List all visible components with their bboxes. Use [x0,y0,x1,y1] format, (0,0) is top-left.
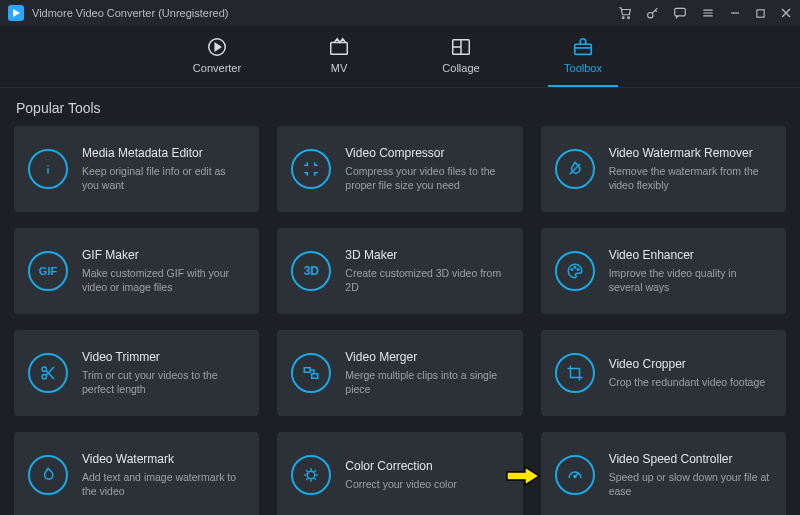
tool-gif-maker[interactable]: GIF GIF Maker Make customized GIF with y… [14,228,259,314]
tool-title: Video Cropper [609,357,765,371]
svg-point-15 [42,375,47,380]
svg-rect-16 [305,368,311,373]
compress-icon [291,149,331,189]
window-title: Vidmore Video Converter (Unregistered) [32,7,228,19]
merge-icon [291,353,331,393]
svg-point-12 [574,267,576,269]
svg-point-18 [308,471,316,479]
tool-video-cropper[interactable]: Video Cropper Crop the redundant video f… [541,330,786,416]
svg-rect-10 [575,44,592,54]
tool-desc: Correct your video color [345,477,456,491]
tool-video-enhancer[interactable]: Video Enhancer Improve the video quality… [541,228,786,314]
tool-desc: Crop the redundant video footage [609,375,765,389]
tool-media-metadata-editor[interactable]: Media Metadata Editor Keep original file… [14,126,259,212]
tool-desc: Remove the watermark from the video flex… [609,164,772,192]
tool-video-speed-controller[interactable]: Video Speed Controller Speed up or slow … [541,432,786,515]
tool-color-correction[interactable]: Color Correction Correct your video colo… [277,432,522,515]
scissors-icon [28,353,68,393]
tool-desc: Merge multiple clips into a single piece [345,368,508,396]
svg-rect-5 [757,9,764,16]
tool-title: Media Metadata Editor [82,146,245,160]
watermark-remove-icon [555,149,595,189]
watermark-icon [28,455,68,495]
tools-grid: Media Metadata Editor Keep original file… [14,126,786,515]
tool-video-watermark[interactable]: Video Watermark Add text and image water… [14,432,259,515]
window-controls [618,6,792,20]
tool-video-watermark-remover[interactable]: Video Watermark Remover Remove the water… [541,126,786,212]
palette-icon [555,251,595,291]
svg-point-1 [622,17,624,19]
menu-icon[interactable] [701,6,715,20]
tab-label: Converter [193,62,241,74]
tool-desc: Make customized GIF with your video or i… [82,266,245,294]
cart-icon[interactable] [618,6,632,20]
tool-desc: Compress your video files to the proper … [345,164,508,192]
tool-title: GIF Maker [82,248,245,262]
key-icon[interactable] [646,7,659,20]
tool-video-merger[interactable]: Video Merger Merge multiple clips into a… [277,330,522,416]
tool-title: Video Compressor [345,146,508,160]
collage-icon [450,36,472,58]
svg-point-3 [648,12,653,17]
tool-3d-maker[interactable]: 3D 3D Maker Create customized 3D video f… [277,228,522,314]
tool-desc: Improve the video quality in several way… [609,266,772,294]
tool-desc: Add text and image watermark to the vide… [82,470,245,498]
tool-title: 3D Maker [345,248,508,262]
gif-icon: GIF [28,251,68,291]
tool-desc: Trim or cut your videos to the perfect l… [82,368,245,396]
info-icon [28,149,68,189]
main-tabs: Converter MV Collage Toolbox [0,26,800,88]
feedback-icon[interactable] [673,6,687,20]
tool-video-compressor[interactable]: Video Compressor Compress your video fil… [277,126,522,212]
svg-point-2 [628,17,630,19]
section-title: Popular Tools [16,100,786,116]
crop-icon [555,353,595,393]
tool-desc: Create customized 3D video from 2D [345,266,508,294]
tool-title: Color Correction [345,459,456,473]
tab-label: Toolbox [564,62,602,74]
tab-label: MV [331,62,348,74]
svg-point-14 [42,367,47,372]
tool-title: Video Trimmer [82,350,245,364]
svg-rect-8 [331,42,348,54]
svg-rect-4 [675,8,686,16]
svg-marker-7 [215,43,221,50]
minimize-button[interactable] [729,7,741,19]
threed-icon: 3D [291,251,331,291]
svg-point-13 [577,269,579,271]
color-icon [291,455,331,495]
tool-title: Video Speed Controller [609,452,772,466]
svg-rect-17 [312,374,318,379]
tool-desc: Speed up or slow down your file at ease [609,470,772,498]
toolbox-icon [572,36,594,58]
tab-mv[interactable]: MV [304,32,374,87]
app-logo [8,5,24,21]
content-area: Popular Tools Media Metadata Editor Keep… [0,88,800,515]
gauge-icon [555,455,595,495]
tool-desc: Keep original file info or edit as you w… [82,164,245,192]
tool-title: Video Merger [345,350,508,364]
tab-label: Collage [442,62,479,74]
titlebar: Vidmore Video Converter (Unregistered) [0,0,800,26]
tab-toolbox[interactable]: Toolbox [548,32,618,87]
tool-title: Video Watermark [82,452,245,466]
tool-video-trimmer[interactable]: Video Trimmer Trim or cut your videos to… [14,330,259,416]
tab-collage[interactable]: Collage [426,32,496,87]
tab-converter[interactable]: Converter [182,32,252,87]
close-button[interactable] [780,7,792,19]
tool-title: Video Watermark Remover [609,146,772,160]
mv-icon [328,36,350,58]
svg-point-19 [574,476,576,478]
converter-icon [206,36,228,58]
svg-marker-0 [13,9,20,17]
svg-point-11 [571,269,573,271]
tool-title: Video Enhancer [609,248,772,262]
maximize-button[interactable] [755,8,766,19]
